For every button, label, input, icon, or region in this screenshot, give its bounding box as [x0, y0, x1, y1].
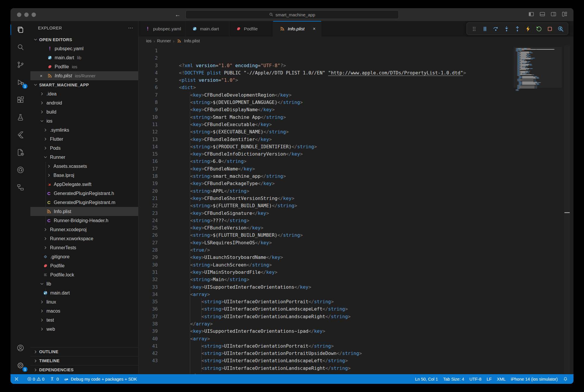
chevron-right-icon[interactable] — [43, 146, 48, 151]
chevron-right-icon[interactable] — [43, 236, 48, 241]
code-line[interactable]: 1 <?xml version="1.0" encoding="UTF-8"?> — [138, 47, 573, 54]
line-number[interactable]: 39 — [138, 327, 158, 335]
tree-item-RunnerTests[interactable]: RunnerTests — [30, 243, 138, 252]
code-line[interactable]: 19 <key>CFBundleShortVersionString</key> — [138, 180, 573, 187]
line-number[interactable]: 43 — [138, 357, 158, 364]
tree-item-Base.lproj[interactable]: Base.lproj — [30, 171, 138, 180]
customize-layout-icon[interactable] — [562, 11, 568, 18]
toggle-panel-icon[interactable] — [539, 11, 545, 18]
line-number[interactable]: 17 — [138, 165, 158, 173]
chevron-right-icon[interactable] — [33, 349, 38, 354]
chevron-down-icon[interactable] — [39, 119, 44, 124]
line-number[interactable]: 25 — [138, 224, 158, 231]
project-root-header[interactable]: SMART_MACHINE_APP — [30, 80, 138, 89]
code-line[interactable]: 27 <key>UILaunchStoryboardName</key> — [138, 239, 573, 246]
chevron-right-icon[interactable] — [43, 227, 48, 232]
debug-step-into-button[interactable] — [502, 25, 511, 33]
status-device-selector[interactable]: iPhone 14 (ios simulator) — [508, 374, 560, 384]
debug-step-over-button[interactable] — [491, 25, 500, 33]
line-number[interactable]: 37 — [138, 313, 158, 320]
close-button[interactable] — [17, 13, 21, 17]
tree-item-test[interactable]: test — [30, 316, 138, 325]
code-line[interactable]: 22 <string>????</string> — [138, 202, 573, 209]
status-indentation[interactable]: Tab Size: 4 — [441, 374, 467, 384]
line-number[interactable]: 28 — [138, 246, 158, 254]
tree-item-.symlinks[interactable]: .symlinks — [30, 126, 138, 135]
status-encoding[interactable]: UTF-8 — [467, 374, 484, 384]
chevron-right-icon[interactable] — [33, 358, 38, 363]
line-number[interactable]: 42 — [138, 350, 158, 357]
code-line[interactable]: 13 <key>CFBundleInfoDictionaryVersion</k… — [138, 136, 573, 143]
code-line[interactable]: 25 <key>LSRequiresIPhoneOS</key> — [138, 224, 573, 231]
minimize-button[interactable] — [24, 13, 29, 17]
line-number[interactable]: 41 — [138, 342, 158, 350]
code-line[interactable]: 23 <key>CFBundleVersion</key> — [138, 210, 573, 217]
chevron-right-icon[interactable] — [39, 91, 44, 97]
line-number[interactable]: 10 — [138, 114, 158, 121]
line-number[interactable]: 16 — [138, 158, 158, 165]
vertical-scrollbar[interactable] — [564, 45, 570, 374]
code-line[interactable]: 18 <string>APPL</string> — [138, 173, 573, 180]
chevron-right-icon[interactable] — [46, 164, 51, 169]
tree-item-android[interactable]: android — [30, 98, 138, 107]
activity-bar-item-testing[interactable] — [11, 109, 30, 126]
activity-bar-item-accounts[interactable] — [11, 339, 30, 357]
code-line[interactable]: 28 <string>LaunchScreen</string> — [138, 246, 573, 254]
line-number[interactable]: 35 — [138, 298, 158, 305]
line-number[interactable]: 5 — [138, 76, 158, 84]
status-debug-session[interactable]: Debug my code + packages + SDK — [61, 374, 140, 384]
line-number[interactable]: 18 — [138, 173, 158, 180]
line-number[interactable]: 19 — [138, 180, 158, 187]
chevron-right-icon[interactable] — [39, 327, 44, 332]
tab-Info.plist[interactable]: Info.plist × — [273, 21, 322, 36]
editor[interactable]: 1 <?xml version="1.0" encoding="UTF-8"?>… — [138, 45, 573, 374]
code-line[interactable]: 14 <string>6.0</string> — [138, 143, 573, 150]
line-number[interactable]: 2 — [138, 54, 158, 62]
line-number[interactable]: 40 — [138, 335, 158, 342]
tree-item-.idea[interactable]: .idea — [30, 89, 138, 98]
line-number[interactable]: 14 — [138, 143, 158, 150]
toggle-secondary-sidebar-icon[interactable] — [550, 11, 557, 18]
tree-item-.gitignore[interactable]: .gitignore — [30, 252, 138, 261]
code-line[interactable]: 12 <string>$(PRODUCT_BUNDLE_IDENTIFIER)<… — [138, 128, 573, 135]
code-line[interactable]: 35 <string>UIInterfaceOrientationLandsca… — [138, 298, 573, 305]
tree-item-lib[interactable]: lib — [30, 279, 138, 288]
code-line[interactable]: 6 <string>$(DEVELOPMENT_LANGUAGE)</strin… — [138, 84, 573, 91]
code-line[interactable]: 40 <string>UIInterfaceOrientationPortrai… — [138, 335, 573, 342]
chevron-right-icon[interactable] — [39, 109, 44, 115]
code-line[interactable]: 24 <string>$(FLUTTER_BUILD_NUMBER)</stri… — [138, 217, 573, 224]
tab-Podfile[interactable]: Podfile — [229, 21, 273, 36]
tree-item-Assets.xcassets[interactable]: Assets.xcassets — [30, 162, 138, 171]
line-number[interactable]: 36 — [138, 305, 158, 313]
line-number[interactable]: 11 — [138, 121, 158, 128]
status-notifications[interactable] — [560, 374, 571, 384]
line-number[interactable]: 29 — [138, 254, 158, 261]
code-line[interactable]: 32 <array> — [138, 276, 573, 283]
line-number[interactable]: 31 — [138, 269, 158, 276]
activity-bar-item-explorer[interactable] — [11, 21, 30, 39]
more-actions-icon[interactable] — [128, 25, 134, 31]
code-line[interactable]: 34 <string>UIInterfaceOrientationLandsca… — [138, 291, 573, 298]
status-eol[interactable]: LF — [484, 374, 494, 384]
tree-item-Runner.xcodeproj[interactable]: Runner.xcodeproj — [30, 225, 138, 234]
tree-item-GeneratedPluginRegistrant.m[interactable]: CGeneratedPluginRegistrant.m — [30, 198, 138, 207]
code-line[interactable]: 21 <key>CFBundleSignature</key> — [138, 195, 573, 202]
code-line[interactable]: 29 <key>UIMainStoryboardFile</key> — [138, 254, 573, 261]
tree-item-build[interactable]: build — [30, 107, 138, 116]
code-line[interactable]: 5 <key>CFBundleDevelopmentRegion</key> — [138, 76, 573, 84]
line-number[interactable]: 6 — [138, 84, 158, 91]
tree-item-AppDelegate.swift[interactable]: AppDelegate.swift — [30, 180, 138, 189]
line-number[interactable]: 23 — [138, 210, 158, 217]
activity-bar-item-references[interactable] — [11, 179, 30, 196]
line-number[interactable]: 8 — [138, 99, 158, 106]
tree-item-main.dart[interactable]: main.dart — [30, 288, 138, 297]
line-number[interactable]: 1 — [138, 47, 158, 54]
code-line[interactable]: 16 <string>smart_machine_app</string> — [138, 158, 573, 165]
tree-item-Flutter[interactable]: Flutter — [30, 135, 138, 144]
toggle-primary-sidebar-icon[interactable] — [528, 11, 534, 18]
activity-bar-item-run-and-debug[interactable]: 1 — [11, 74, 30, 91]
activity-bar-item-project-manager[interactable] — [11, 144, 30, 161]
debug-hot-reload-button[interactable] — [524, 25, 533, 33]
chevron-right-icon[interactable] — [43, 245, 48, 250]
code-line[interactable]: 37 <key>UISupportedInterfaceOrientations… — [138, 313, 573, 320]
